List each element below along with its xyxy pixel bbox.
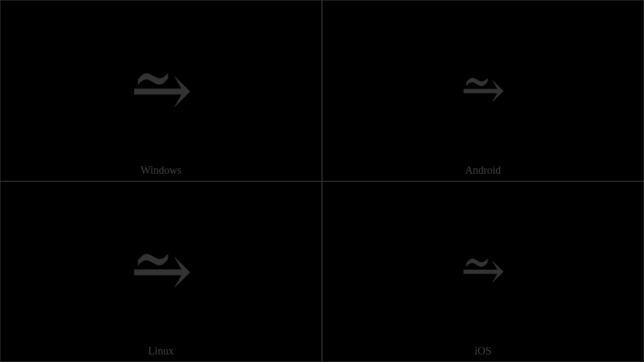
- glyph-cell-ios: ⥲ iOS: [322, 181, 644, 363]
- glyph-ios: ⥲: [460, 245, 506, 298]
- glyph-android: ⥲: [460, 64, 506, 117]
- label-linux: Linux: [148, 345, 174, 357]
- glyph-cell-linux: ⥲ Linux: [0, 181, 322, 363]
- glyph-cell-android: ⥲ Android: [322, 0, 644, 181]
- glyph-windows: ⥲: [130, 53, 193, 128]
- label-ios: iOS: [474, 345, 491, 357]
- glyph-cell-windows: ⥲ Windows: [0, 0, 322, 181]
- glyph-linux: ⥲: [130, 234, 193, 309]
- label-android: Android: [465, 164, 501, 176]
- label-windows: Windows: [141, 164, 181, 176]
